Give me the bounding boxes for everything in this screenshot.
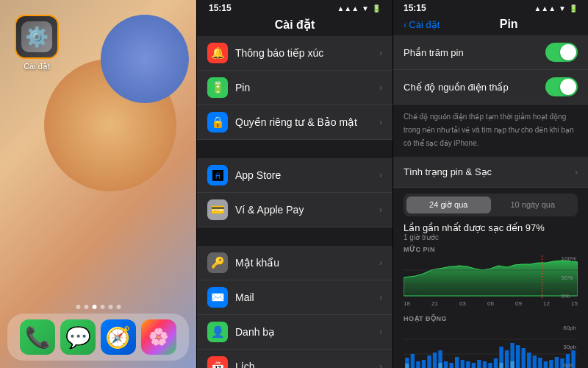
tab-10d[interactable]: 10 ngày qua — [491, 197, 576, 213]
tab-24h[interactable]: 24 giờ qua — [406, 197, 491, 213]
dock-safari-icon[interactable]: 🧭 — [101, 319, 136, 355]
svg-rect-10 — [427, 355, 431, 368]
signal-icon: ▲▲▲ — [337, 4, 359, 13]
battery-y-labels: 100% 50% 0% — [562, 255, 576, 300]
chevron-icon-2: › — [379, 82, 382, 93]
charge-title: Lần gần nhất được sạc đến 97% — [404, 222, 578, 233]
settings-item-wallet[interactable]: 💳 Ví & Apple Pay › — [197, 193, 392, 227]
battery-content: Phần trăm pin Chế độ nguồn điện thấp Chế… — [393, 35, 588, 368]
dock-phone-icon[interactable]: 📞 — [20, 319, 55, 355]
charge-sub: 1 giờ trước — [404, 233, 578, 241]
settings-page-title: Cài đặt — [197, 16, 392, 36]
dot-5 — [108, 305, 112, 309]
settings-item-battery[interactable]: 🔋 Pin › — [197, 71, 392, 105]
settings-icon: ⚙️ — [21, 21, 52, 52]
settings-app-icon[interactable]: ⚙️ Cài đặt — [15, 15, 59, 71]
act-y-label-30: 30ph — [563, 344, 576, 350]
contacts-icon: 👤 — [207, 322, 228, 342]
battery-x-labels: 18 21 03 06 09 12 15 — [404, 300, 578, 308]
charge-info: Lần gần nhất được sạc đến 97% 1 giờ trướ… — [393, 219, 588, 243]
battery-label: Pin — [235, 82, 379, 93]
svg-rect-39 — [499, 363, 503, 368]
svg-rect-38 — [438, 363, 442, 368]
settings-section-2: 🅰 App Store › 💳 Ví & Apple Pay › — [197, 158, 392, 227]
svg-rect-31 — [544, 361, 548, 368]
notifications-label: Thông báo tiếp xúc — [235, 47, 379, 59]
battery-status-row[interactable]: Tình trạng pin & Sạc › — [393, 157, 588, 188]
page-dots — [76, 305, 121, 309]
mail-label: Mail — [235, 291, 379, 303]
battery-status-label: Tình trạng pin & Sạc — [404, 166, 575, 177]
svg-marker-0 — [404, 261, 578, 296]
chevron-icon-6: › — [379, 258, 382, 268]
settings-panel: 15:15 ▲▲▲ ▼ 🔋 Cài đặt 🔔 Thông báo tiếp x… — [196, 0, 392, 368]
settings-item-password[interactable]: 🔑 Mật khẩu › — [197, 246, 392, 280]
settings-item-mail[interactable]: ✉️ Mail › — [197, 280, 392, 315]
appstore-icon: 🅰 — [207, 165, 228, 185]
battery-battery-icon: 🔋 — [569, 4, 578, 13]
svg-rect-11 — [433, 353, 437, 368]
svg-rect-32 — [549, 360, 553, 368]
dot-4 — [100, 305, 104, 309]
svg-rect-37 — [405, 364, 409, 368]
x-label-03: 03 — [459, 300, 466, 307]
status-chevron-icon: › — [575, 167, 578, 177]
settings-item-privacy[interactable]: 🔒 Quyền riêng tư & Bảo mật › — [197, 105, 392, 140]
appstore-label: App Store — [235, 169, 379, 181]
calendar-icon: 📅 — [207, 356, 228, 368]
activity-chart-section: HOẠT ĐỘNG — [393, 312, 588, 368]
home-screen: ⚙️ Cài đặt 📞 💬 🧭 🌸 — [0, 0, 196, 368]
svg-rect-18 — [472, 363, 476, 368]
notifications-icon: 🔔 — [207, 43, 228, 63]
svg-rect-21 — [488, 363, 492, 368]
privacy-label: Quyền riêng tư & Bảo mật — [235, 116, 379, 128]
svg-rect-29 — [533, 355, 537, 368]
svg-rect-40 — [510, 361, 514, 368]
back-chevron-icon: ‹ — [404, 19, 406, 30]
dock: 📞 💬 🧭 🌸 — [7, 314, 189, 361]
x-label-21: 21 — [431, 300, 438, 307]
svg-rect-28 — [527, 353, 531, 368]
y-label-0: 0% — [562, 293, 576, 300]
dock-photos-icon[interactable]: 🌸 — [141, 319, 176, 355]
low-power-mode-row[interactable]: Chế độ nguồn điện thấp — [393, 70, 588, 105]
activity-chart-container: 60ph 30ph 0ph — [404, 325, 578, 368]
chevron-icon-4: › — [379, 170, 382, 180]
svg-rect-17 — [466, 361, 470, 368]
battery-percentage-row[interactable]: Phần trăm pin — [393, 35, 588, 70]
chevron-icon-7: › — [379, 292, 382, 302]
battery-level-chart-section: MỨC PIN — [393, 243, 588, 312]
x-label-06: 06 — [487, 300, 494, 307]
activity-y-labels: 60ph 30ph 0ph — [563, 325, 576, 368]
settings-item-contacts[interactable]: 👤 Danh bạ › — [197, 315, 392, 350]
wifi-icon: ▼ — [362, 4, 369, 13]
calendar-label: Lịch — [235, 361, 379, 368]
battery-percentage-toggle[interactable] — [545, 43, 578, 62]
status-bar: 15:15 ▲▲▲ ▼ 🔋 — [197, 0, 392, 16]
settings-item-calendar[interactable]: 📅 Lịch › — [197, 350, 392, 368]
svg-rect-14 — [449, 363, 453, 368]
battery-panel: 15:15 ▲▲▲ ▼ 🔋 ‹ Cài đặt Pin Phần trăm pi… — [392, 0, 588, 368]
activity-chart-svg — [404, 325, 578, 368]
svg-rect-7 — [411, 354, 415, 368]
battery-wifi-icon: ▼ — [559, 4, 566, 13]
battery-signal-icon: ▲▲▲ — [534, 4, 556, 13]
battery-back-button[interactable]: ‹ Cài đặt — [404, 19, 440, 30]
low-power-toggle[interactable] — [545, 77, 578, 96]
settings-icon-wrapper[interactable]: ⚙️ — [15, 15, 59, 59]
password-label: Mật khẩu — [235, 257, 379, 269]
wallet-icon: 💳 — [207, 199, 228, 220]
svg-rect-22 — [494, 358, 498, 368]
password-icon: 🔑 — [207, 252, 228, 273]
svg-rect-9 — [422, 360, 426, 368]
svg-rect-16 — [461, 360, 465, 368]
act-y-label-0: 0ph — [563, 362, 576, 368]
settings-item-notifications[interactable]: 🔔 Thông báo tiếp xúc › — [197, 36, 392, 71]
x-label-15: 15 — [571, 300, 578, 307]
dock-messages-icon[interactable]: 💬 — [60, 319, 96, 355]
settings-item-appstore[interactable]: 🅰 App Store › — [197, 158, 392, 193]
svg-rect-19 — [477, 360, 481, 368]
chevron-icon-3: › — [379, 117, 382, 127]
battery-tabs: 24 giờ qua 10 ngày qua — [404, 194, 578, 216]
section-gap-2 — [197, 228, 392, 246]
